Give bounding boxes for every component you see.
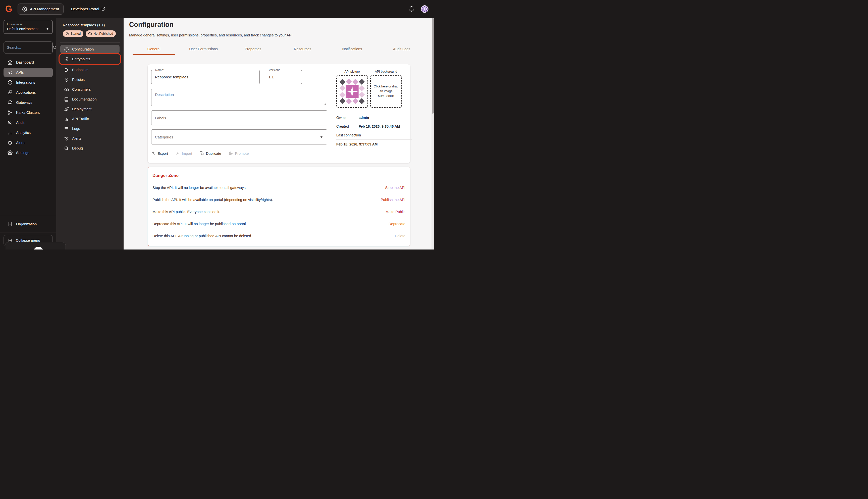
danger-row-make-public: Make this API public. Everyone can see i… bbox=[152, 206, 405, 218]
developer-portal-link[interactable]: Developer Portal bbox=[71, 7, 105, 11]
danger-row-text: Delete this API. A running or published … bbox=[152, 234, 251, 238]
page-scrollbar[interactable] bbox=[432, 18, 434, 250]
sidebar-item-label: Settings bbox=[16, 151, 29, 155]
labels-input[interactable] bbox=[151, 111, 327, 125]
danger-row-stop: Stop the API. It will no longer be avail… bbox=[152, 182, 405, 194]
api-menu-consumers[interactable]: Consumers bbox=[60, 85, 120, 94]
promote-button[interactable]: Promote bbox=[228, 151, 249, 156]
api-menu-deployment[interactable]: Deployment bbox=[60, 105, 120, 113]
created-label: Created bbox=[336, 124, 359, 129]
avatar-pattern-icon bbox=[421, 5, 429, 13]
api-menu-api-traffic[interactable]: API Traffic bbox=[60, 114, 120, 123]
api-menu-logs[interactable]: Logs bbox=[60, 124, 120, 133]
sidebar-item-settings[interactable]: Settings bbox=[3, 148, 53, 157]
scrollbar-thumb[interactable] bbox=[432, 18, 434, 113]
api-menu-alerts[interactable]: Alerts bbox=[60, 134, 120, 143]
user-avatar[interactable] bbox=[421, 5, 429, 13]
dropzone-max-size: Max 500KB bbox=[373, 94, 399, 99]
import-button[interactable]: Import bbox=[176, 151, 192, 156]
description-input[interactable] bbox=[151, 89, 327, 106]
export-button[interactable]: Export bbox=[151, 151, 168, 156]
api-menu-entrypoints[interactable]: Entrypoints bbox=[60, 55, 120, 63]
api-background-dropzone[interactable]: Click here or drag an image Max 500KB bbox=[370, 75, 402, 108]
tab-user-permissions[interactable]: User Permissions bbox=[178, 43, 228, 55]
tab-properties[interactable]: Properties bbox=[228, 43, 278, 55]
sidebar-item-label: APIs bbox=[16, 70, 24, 74]
building-icon bbox=[8, 222, 13, 227]
sidebar-item-label: Kafka Clusters bbox=[16, 111, 40, 114]
environment-value: Default environment bbox=[7, 27, 38, 31]
sidebar-item-integrations[interactable]: Integrations bbox=[3, 78, 53, 87]
api-menu-documentation[interactable]: Documentation bbox=[60, 95, 120, 104]
app-window: G API Management Developer Portal bbox=[0, 0, 434, 250]
sidebar-item-dashboard[interactable]: Dashboard bbox=[3, 58, 53, 67]
duplicate-button[interactable]: Duplicate bbox=[200, 151, 221, 156]
notifications-bell-button[interactable] bbox=[409, 6, 414, 12]
external-link-icon bbox=[101, 7, 105, 11]
sidebar-nav: Dashboard APIs Integrations Applications… bbox=[3, 58, 53, 158]
search-check-icon bbox=[8, 120, 13, 125]
api-menu-configuration[interactable]: Configuration bbox=[60, 45, 120, 53]
api-menu-label: Debug bbox=[72, 146, 83, 150]
api-title: Response templaes (1.1) bbox=[63, 23, 120, 27]
delete-button[interactable]: Delete bbox=[395, 234, 405, 238]
sidebar-divider bbox=[0, 232, 56, 232]
dropzone-hint: Click here or drag an image bbox=[373, 84, 399, 94]
tab-general[interactable]: General bbox=[129, 43, 178, 55]
sidebar-item-organization[interactable]: Organization bbox=[3, 220, 53, 229]
tab-audit-logs[interactable]: Audit Logs bbox=[377, 43, 426, 55]
name-input[interactable] bbox=[151, 70, 259, 84]
import-label: Import bbox=[182, 151, 192, 156]
app-switcher-button[interactable]: API Management bbox=[17, 3, 64, 15]
api-menu-endpoints[interactable]: Endpoints bbox=[60, 65, 120, 74]
stop-api-button[interactable]: Stop the API bbox=[385, 186, 405, 190]
api-menu-policies[interactable]: Policies bbox=[60, 75, 120, 84]
danger-row-delete: Delete this API. A running or published … bbox=[152, 230, 405, 242]
help-chat-widget[interactable] bbox=[5, 242, 66, 250]
resize-handle-icon[interactable] bbox=[323, 103, 326, 105]
api-picture-label: API picture bbox=[336, 70, 368, 73]
caret-down-icon bbox=[46, 27, 49, 31]
cloud-x-icon bbox=[88, 32, 92, 35]
app-switcher-label: API Management bbox=[30, 7, 59, 11]
api-menu-debug[interactable]: Debug bbox=[60, 144, 120, 153]
export-label: Export bbox=[158, 151, 168, 156]
sidebar-item-audit[interactable]: Audit bbox=[3, 118, 53, 127]
sidebar-item-label: Audit bbox=[16, 121, 24, 125]
bell-icon bbox=[409, 6, 414, 12]
sidebar-item-label: Organization bbox=[16, 222, 37, 226]
danger-row-deprecate: Deprecate this API. It will no longer be… bbox=[152, 218, 405, 230]
gear-icon bbox=[8, 150, 13, 155]
general-info-card: Name* Version* bbox=[148, 64, 410, 163]
cube-icon bbox=[8, 80, 13, 85]
shield-icon bbox=[64, 77, 69, 82]
tab-resources[interactable]: Resources bbox=[278, 43, 327, 55]
sidebar-item-gateways[interactable]: Gateways bbox=[3, 98, 53, 107]
danger-zone-title: Danger Zone bbox=[152, 173, 405, 178]
version-input[interactable] bbox=[265, 70, 302, 84]
deprecate-button[interactable]: Deprecate bbox=[388, 222, 405, 226]
categories-select[interactable]: Categories bbox=[151, 130, 327, 145]
sidebar-item-alerts[interactable]: Alerts bbox=[3, 138, 53, 147]
last-connection-row: Last connection bbox=[336, 131, 412, 140]
promote-label: Promote bbox=[235, 151, 249, 156]
environment-selector[interactable]: Environment Default environment bbox=[3, 20, 53, 34]
sidebar-item-analytics[interactable]: Analytics bbox=[3, 128, 53, 137]
api-menu-label: API Traffic bbox=[72, 117, 89, 121]
labels-field bbox=[151, 110, 327, 125]
sidebar-item-apis[interactable]: APIs bbox=[3, 68, 53, 77]
publish-api-button[interactable]: Publish the API bbox=[381, 198, 405, 202]
sidebar-item-label: Applications bbox=[16, 90, 36, 95]
make-public-button[interactable]: Make Public bbox=[385, 210, 405, 214]
api-sidebar: Response templaes (1.1) Started Not Publ… bbox=[56, 18, 124, 250]
sidebar-search bbox=[3, 41, 53, 53]
globe-icon bbox=[228, 151, 233, 156]
search-input[interactable] bbox=[7, 46, 52, 49]
api-background-label: API background bbox=[370, 70, 402, 73]
sidebar-item-kafka-clusters[interactable]: Kafka Clusters bbox=[3, 108, 53, 117]
tab-notifications[interactable]: Notifications bbox=[327, 43, 377, 55]
api-picture-dropzone[interactable] bbox=[336, 75, 368, 108]
danger-row-text: Deprecate this API. It will no longer be… bbox=[152, 222, 247, 226]
sidebar-item-applications[interactable]: Applications bbox=[3, 88, 53, 97]
download-icon bbox=[176, 151, 180, 156]
